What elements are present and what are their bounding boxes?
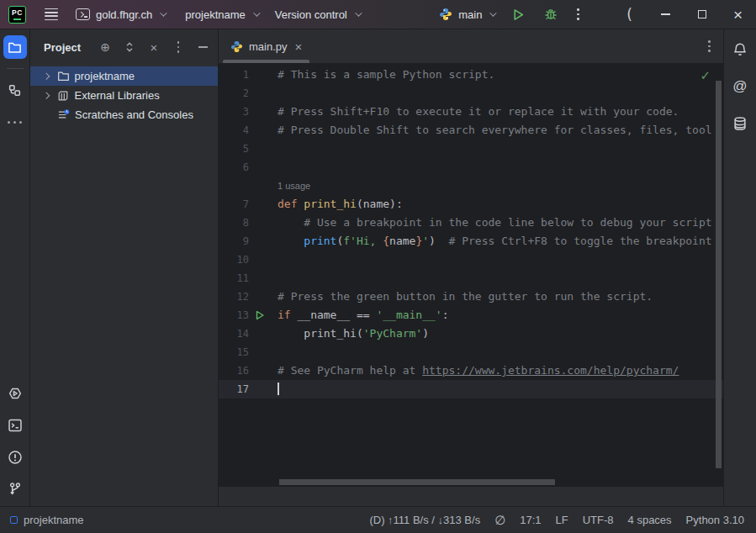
code-line-10: 10 xyxy=(219,251,723,269)
gutter-spacer xyxy=(249,380,271,398)
code-text[interactable]: if __name__ == '__main__': xyxy=(271,306,723,325)
code-text[interactable]: # This is a sample Python script. xyxy=(271,66,723,84)
close-icon: × xyxy=(733,7,743,23)
right-tool-stripe: @ xyxy=(723,29,756,506)
code-text[interactable]: # Press the green button in the gutter t… xyxy=(271,288,723,306)
gutter-run-icon[interactable] xyxy=(249,306,271,325)
stripe-divider xyxy=(7,68,24,69)
code-token: : xyxy=(442,309,449,321)
code-text[interactable]: def print_hi(name): xyxy=(271,195,723,214)
ai-assistant-tool-button[interactable]: @ xyxy=(728,75,752,98)
inspections-disabled-icon[interactable]: ∅ xyxy=(494,513,505,528)
code-token: print xyxy=(304,235,336,247)
status-widget-line-separator[interactable]: LF xyxy=(556,514,568,526)
project-tool-button[interactable] xyxy=(3,35,27,59)
terminal-tool-button[interactable] xyxy=(3,414,27,437)
maximize-icon xyxy=(698,10,706,18)
horizontal-scrollbar[interactable] xyxy=(279,479,555,485)
main-menu-hamburger-icon[interactable] xyxy=(34,8,68,21)
folder-icon xyxy=(56,70,71,82)
code-token: ) xyxy=(429,235,436,247)
usages-inlay-hint[interactable]: 1 usage xyxy=(278,181,310,191)
branch-widget[interactable]: projektname xyxy=(177,3,266,26)
code-token: # Use a breakpoint in the code line belo… xyxy=(278,216,712,229)
more-tool-windows-button[interactable] xyxy=(3,110,27,134)
editor-options-button[interactable] xyxy=(708,39,711,53)
gutter-spacer xyxy=(249,251,271,269)
locate-file-button[interactable]: ⊕ xyxy=(98,40,112,54)
chevron-right-icon[interactable] xyxy=(43,73,50,80)
panel-options-button[interactable] xyxy=(172,40,185,54)
title-bar: PC gold.fhgr.ch projektname Version cont… xyxy=(0,0,756,29)
code-token: name xyxy=(389,235,415,247)
inspection-ok-icon[interactable]: ✓ xyxy=(700,68,711,83)
collapse-all-button[interactable]: × xyxy=(147,40,161,54)
tab-close-icon[interactable]: × xyxy=(293,40,303,53)
expand-all-button[interactable] xyxy=(123,40,136,54)
gutter-spacer xyxy=(249,66,271,84)
status-project-widget[interactable]: projektname xyxy=(10,514,84,526)
code-text[interactable] xyxy=(271,269,723,288)
chevron-down-icon xyxy=(490,9,497,16)
version-control-tool-button[interactable] xyxy=(3,478,27,501)
gutter-spacer xyxy=(249,325,271,343)
project-widget-label: gold.fhgr.ch xyxy=(96,8,152,21)
line-number: 9 xyxy=(219,232,249,251)
debug-button[interactable] xyxy=(535,3,567,26)
tree-item-external-libraries[interactable]: External Libraries xyxy=(30,86,218,105)
code-line-12: 12# Press the green button in the gutter… xyxy=(219,288,723,306)
close-button[interactable]: × xyxy=(720,0,756,29)
code-text[interactable] xyxy=(271,140,723,158)
code-text[interactable]: print(f'Hi, {name}') # Press Ctrl+F8 to … xyxy=(271,232,723,251)
maximize-button[interactable] xyxy=(684,0,720,29)
line-number: 14 xyxy=(219,325,249,343)
code-editor[interactable]: 1# This is a sample Python script.23# Pr… xyxy=(219,63,723,487)
status-widget-network-speed[interactable]: (D) ↑111 B/s / ↓313 B/s xyxy=(369,514,480,526)
left-tool-stripe xyxy=(0,29,30,506)
status-widget-file-encoding[interactable]: UTF-8 xyxy=(583,514,614,526)
hyperlink[interactable]: https://www.jetbrains.com/help/pycharm/ xyxy=(422,364,679,377)
hide-panel-button[interactable] xyxy=(196,40,209,54)
services-tool-button[interactable] xyxy=(3,382,27,405)
code-text[interactable]: # See PyCharm help at https://www.jetbra… xyxy=(271,361,723,380)
run-button[interactable] xyxy=(502,3,535,26)
minimize-button[interactable] xyxy=(648,0,684,29)
tree-item-projektname[interactable]: projektname xyxy=(30,66,218,86)
tab-label: main.py xyxy=(249,40,288,53)
code-text[interactable] xyxy=(271,84,723,103)
chevron-right-icon[interactable] xyxy=(43,92,50,99)
module-square-icon xyxy=(10,516,18,524)
code-text[interactable] xyxy=(271,251,723,269)
code-text[interactable] xyxy=(271,158,723,177)
tab-main-py[interactable]: main.py × xyxy=(221,29,311,63)
code-text[interactable]: # Press Shift+F10 to execute it or repla… xyxy=(271,103,723,121)
code-text[interactable]: # Press Double Shift to search everywher… xyxy=(271,121,723,140)
code-text[interactable]: 1 usage xyxy=(271,177,723,195)
kebab-menu-icon xyxy=(177,40,180,54)
more-actions-button[interactable] xyxy=(567,3,589,26)
code-text[interactable] xyxy=(271,380,723,398)
chevron-down-icon xyxy=(160,9,167,16)
project-panel-header: Project ⊕ × xyxy=(30,33,218,61)
notifications-tool-button[interactable] xyxy=(728,38,752,61)
tree-item-scratches[interactable]: Scratches and Consoles xyxy=(30,105,218,124)
run-configuration-widget[interactable]: main xyxy=(431,3,502,26)
hide-crescent-button[interactable]: ( xyxy=(611,0,648,29)
line-number: 6 xyxy=(219,158,249,177)
status-widget-indent-style[interactable]: 4 spaces xyxy=(628,514,672,526)
vertical-scrollbar[interactable] xyxy=(716,81,722,468)
code-text[interactable]: # Use a breakpoint in the code line belo… xyxy=(271,214,723,232)
status-widget-cursor-position[interactable]: 17:1 xyxy=(520,514,541,526)
status-widget-python-interpreter[interactable]: Python 3.10 xyxy=(686,514,744,526)
code-text[interactable] xyxy=(271,343,723,361)
code-line-11: 11 xyxy=(219,269,723,288)
structure-tool-button[interactable] xyxy=(3,78,27,102)
project-widget[interactable]: gold.fhgr.ch xyxy=(68,3,172,26)
gutter-spacer xyxy=(249,343,271,361)
code-text[interactable]: print_hi('PyCharm') xyxy=(271,325,723,343)
problems-tool-button[interactable] xyxy=(3,446,27,469)
editor-tab-bar: main.py × xyxy=(219,29,723,63)
line-number: 4 xyxy=(219,121,249,140)
vcs-widget[interactable]: Version control xyxy=(267,3,367,26)
database-tool-button[interactable] xyxy=(728,112,752,135)
